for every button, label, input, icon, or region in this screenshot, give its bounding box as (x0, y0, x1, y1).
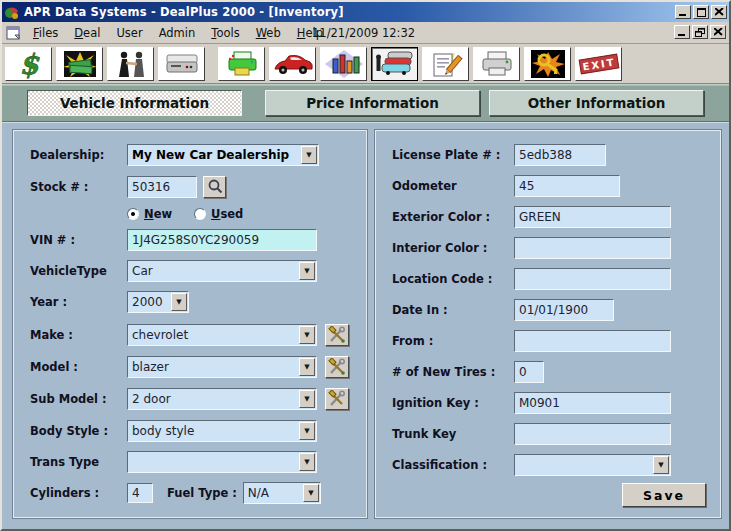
vin-input[interactable] (127, 229, 317, 251)
menu-user[interactable]: User (108, 24, 150, 42)
classification-select[interactable]: ▼ (514, 454, 671, 476)
toolbar-cash-button[interactable] (56, 47, 103, 81)
close-icon (715, 8, 724, 16)
toolbar-reports-button[interactable] (320, 47, 367, 81)
fuel-type-select[interactable]: N/A ▼ (243, 482, 321, 504)
chevron-down-icon[interactable]: ▼ (299, 262, 315, 280)
maximize-button[interactable] (693, 5, 709, 19)
minimize-icon (679, 8, 688, 16)
exit-icon: EXIT (577, 49, 621, 79)
menu-web[interactable]: Web (248, 24, 289, 42)
toolbar-vehicle-button[interactable] (269, 47, 316, 81)
chevron-down-icon[interactable]: ▼ (301, 146, 317, 164)
toolbar-deals-button[interactable]: $ (5, 47, 52, 81)
toolbar-inventory-button[interactable] (371, 47, 418, 81)
odometer-label: Odometer (392, 179, 514, 193)
save-button[interactable]: Save (622, 483, 706, 507)
chevron-down-icon[interactable]: ▼ (653, 456, 669, 474)
ignition-key-input[interactable] (514, 392, 671, 414)
model-label: Model : (30, 360, 127, 374)
mdi-minimize-button[interactable] (674, 25, 690, 39)
document-pencil-icon (426, 49, 466, 79)
odometer-input[interactable] (514, 175, 620, 197)
minimize-button[interactable] (675, 5, 691, 19)
sub-model-edit-button[interactable] (325, 388, 349, 410)
new-tires-input[interactable] (514, 361, 544, 383)
toolbar-exit-button[interactable]: EXIT (575, 47, 622, 81)
menu-files[interactable]: Files (25, 24, 66, 42)
make-label: Make : (30, 328, 127, 342)
toolbar-print-button[interactable] (473, 47, 520, 81)
close-icon (714, 28, 723, 36)
stock-search-button[interactable] (203, 176, 226, 198)
cylinders-input[interactable] (127, 483, 153, 503)
trunk-key-input[interactable] (514, 423, 671, 445)
location-code-label: Location Code : (392, 272, 514, 286)
interior-color-input[interactable] (514, 237, 671, 259)
model-edit-button[interactable] (325, 356, 349, 378)
trunk-key-label: Trunk Key (392, 427, 514, 441)
stock-input[interactable] (127, 176, 197, 198)
tools-icon (328, 326, 346, 344)
trans-type-label: Trans Type (30, 455, 127, 469)
from-input[interactable] (514, 330, 671, 352)
make-select[interactable]: chevrolet ▼ (127, 324, 317, 346)
vehicle-panel: Dealership: My New Car Dealership ▼ Stoc… (12, 129, 368, 519)
sub-model-label: Sub Model : (30, 392, 127, 406)
sub-model-select[interactable]: 2 door ▼ (127, 388, 317, 410)
trans-type-select[interactable]: ▼ (127, 451, 317, 473)
dealership-label: Dealership: (30, 148, 127, 162)
tab-vehicle-information[interactable]: Vehicle Information (27, 90, 242, 116)
menu-tools[interactable]: Tools (203, 24, 247, 42)
condition-radio-group: New Used (127, 206, 366, 222)
interior-color-label: Interior Color : (392, 241, 514, 255)
new-tires-label: # of New Tires : (392, 365, 514, 379)
app-window: APR Data Systems - DealPlus 2000 - [Inve… (0, 0, 731, 531)
mdi-restore-button[interactable] (692, 25, 708, 39)
toolbar-fax-button[interactable] (158, 47, 205, 81)
tab-price-information[interactable]: Price Information (265, 90, 480, 116)
maximize-icon (697, 8, 706, 17)
body-style-select[interactable]: body style ▼ (127, 420, 317, 442)
toolbar-print-green-button[interactable] (218, 47, 265, 81)
toolbar-customers-button[interactable] (107, 47, 154, 81)
exterior-color-input[interactable] (514, 206, 671, 228)
model-select[interactable]: blazer ▼ (127, 356, 317, 378)
cylinders-label: Cylinders : (30, 486, 127, 500)
license-plate-input[interactable] (514, 144, 606, 166)
printer-icon (477, 49, 517, 79)
window-title: APR Data Systems - DealPlus 2000 - [Inve… (24, 5, 673, 19)
chevron-down-icon[interactable]: ▼ (303, 484, 319, 502)
chevron-down-icon[interactable]: ▼ (299, 422, 315, 440)
radio-used-label: Used (211, 207, 243, 221)
cash-icon (60, 49, 100, 79)
make-edit-button[interactable] (325, 324, 349, 346)
chevron-down-icon[interactable]: ▼ (171, 293, 187, 311)
chevron-down-icon[interactable]: ▼ (299, 358, 315, 376)
location-code-input[interactable] (514, 268, 671, 290)
menu-deal[interactable]: Deal (66, 24, 108, 42)
close-button[interactable] (711, 5, 727, 19)
radio-new[interactable] (127, 208, 139, 220)
date-in-input[interactable] (514, 299, 614, 321)
ignition-key-label: Ignition Key : (392, 396, 514, 410)
vehicle-type-select[interactable]: Car ▼ (127, 260, 317, 282)
chevron-down-icon[interactable]: ▼ (299, 390, 315, 408)
from-label: From : (392, 334, 514, 348)
chevron-down-icon[interactable]: ▼ (299, 453, 315, 471)
chevron-down-icon[interactable]: ▼ (299, 326, 315, 344)
year-select[interactable]: 2000 ▼ (127, 291, 189, 313)
fax-icon (162, 49, 202, 79)
menubar: Files Deal User Admin Tools Web Help 11/… (2, 22, 729, 44)
tab-other-information[interactable]: Other Information (489, 90, 704, 116)
toolbar-worksheet-button[interactable] (422, 47, 469, 81)
mdi-close-button[interactable] (710, 25, 726, 39)
classification-label: Classification : (392, 458, 514, 472)
toolbar-keys-button[interactable] (524, 47, 571, 81)
inventory-form: Dealership: My New Car Dealership ▼ Stoc… (2, 122, 729, 529)
menu-admin[interactable]: Admin (151, 24, 204, 42)
tools-icon (328, 390, 346, 408)
license-plate-label: License Plate # : (392, 148, 514, 162)
dealership-select[interactable]: My New Car Dealership ▼ (127, 144, 319, 166)
radio-used[interactable] (194, 208, 206, 220)
